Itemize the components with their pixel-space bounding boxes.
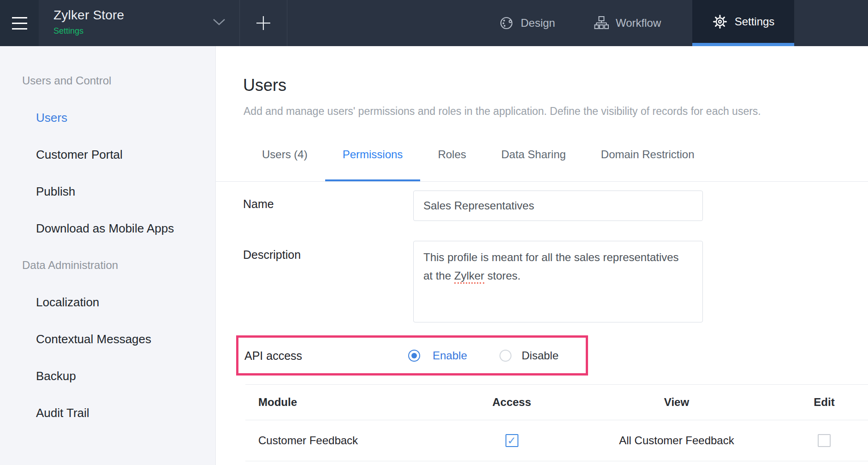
api-access-enable-radio[interactable] [408,350,420,362]
column-header-edit: Edit [780,396,868,409]
topbar-divider [287,0,287,46]
page-subtitle: Add and manage users' permissions and ro… [244,105,761,118]
column-header-view: View [573,396,780,409]
sidebar-item-contextual-messages[interactable]: Contextual Messages [36,332,215,346]
app-subtitle: Settings [54,26,124,36]
page-title: Users [243,76,286,95]
tab-roles[interactable]: Roles [420,142,483,181]
description-field[interactable]: This profile is meant for all the sales … [413,241,703,322]
table-header-row: Module Access View Edit [245,385,868,420]
edit-checkbox-unchecked[interactable] [818,434,831,447]
api-access-disable-label[interactable]: Disable [522,349,559,362]
plus-icon [254,14,273,32]
app-title-block: Zylker Store Settings [54,8,124,36]
sidebar-item-customer-portal[interactable]: Customer Portal [36,148,215,161]
workflow-icon [594,16,609,30]
sidebar-item-audit-trail[interactable]: Audit Trail [36,406,215,420]
table-row: Customer Feedback ✓ All Customer Feedbac… [245,420,868,461]
app-switcher-chevron-down-icon[interactable] [212,18,226,26]
api-access-label: API access [244,349,302,362]
module-name: Customer Feedback [245,434,451,447]
sidebar-section-data-administration: Data Administration [22,258,215,272]
sidebar-item-publish[interactable]: Publish [36,185,215,198]
description-label: Description [243,248,301,262]
sidebar-item-backup[interactable]: Backup [36,369,215,383]
description-text-after: stores. [484,269,521,282]
column-header-module: Module [245,396,451,409]
settings-sidebar: Users and Control Users Customer Portal … [0,46,216,465]
nav-workflow-label: Workflow [616,17,661,30]
tab-permissions[interactable]: Permissions [325,142,421,181]
api-access-disable-radio[interactable] [499,350,511,362]
view-value: All Customer Feedback [573,434,780,447]
api-access-highlight-box: API access Enable Disable [236,335,588,376]
nav-settings-label: Settings [735,15,775,28]
column-header-access: Access [451,396,573,409]
nav-design-label: Design [521,17,555,30]
name-value: Sales Representatives [423,199,534,212]
check-icon: ✓ [507,435,516,447]
sidebar-item-users[interactable]: Users [36,111,215,125]
sidebar-item-localization[interactable]: Localization [36,295,215,309]
permissions-table: Module Access View Edit Customer Feedbac… [245,384,868,461]
nav-workflow[interactable]: Workflow [594,0,661,46]
api-access-enable-label[interactable]: Enable [433,349,467,362]
tab-data-sharing[interactable]: Data Sharing [484,142,583,181]
hamburger-menu-button[interactable] [0,0,39,46]
name-field[interactable]: Sales Representatives [413,191,703,221]
nav-settings-active-tab[interactable]: Settings [692,0,794,46]
access-checkbox-checked[interactable]: ✓ [505,434,518,447]
page: Zylker Store Settings Design [0,0,868,465]
tab-users[interactable]: Users (4) [244,142,325,181]
sidebar-section-users-and-control: Users and Control [22,74,215,88]
name-label: Name [243,197,274,211]
main-content: Users Add and manage users' permissions … [216,46,868,465]
description-misspelled-word: Zylker [454,269,484,284]
topbar: Zylker Store Settings Design [0,0,868,46]
tab-bar: Users (4) Permissions Roles Data Sharing… [216,142,868,182]
palette-icon [499,16,514,30]
sidebar-item-download-as-mobile-apps[interactable]: Download as Mobile Apps [36,221,215,235]
app-title: Zylker Store [54,8,124,23]
add-button[interactable] [240,0,287,46]
nav-design[interactable]: Design [499,0,555,46]
hamburger-icon [12,17,27,30]
tab-domain-restriction[interactable]: Domain Restriction [583,142,712,181]
gear-icon [712,14,728,30]
